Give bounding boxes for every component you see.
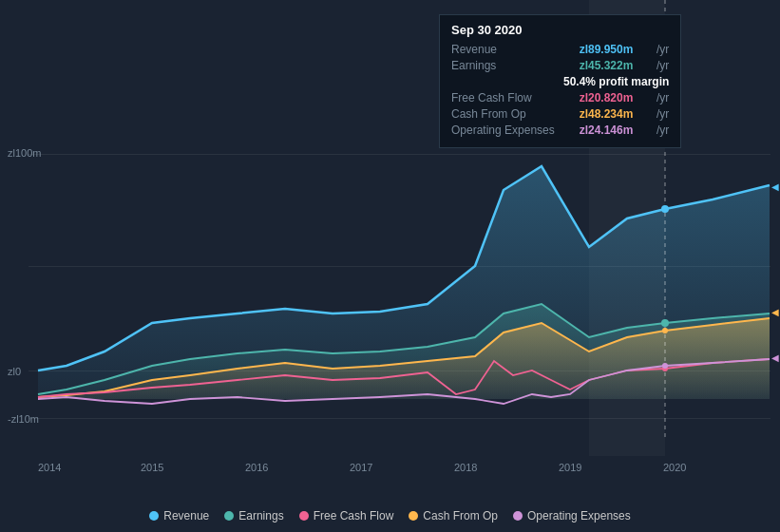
opex-dot	[662, 363, 668, 369]
x-label-2014: 2014	[38, 462, 61, 473]
x-label-2018: 2018	[454, 462, 477, 473]
tooltip-earnings-row: Earnings zl45.322m /yr	[451, 59, 669, 72]
tooltip-revenue-suffix: /yr	[656, 43, 669, 56]
x-label-2019: 2019	[559, 462, 581, 473]
tooltip-margin-value: 50.4% profit margin	[563, 75, 669, 88]
x-label-2017: 2017	[350, 462, 372, 473]
tooltip-cashop-row: Cash From Op zl48.234m /yr	[451, 107, 669, 121]
tooltip-revenue-label: Revenue	[451, 43, 556, 56]
tooltip-revenue-row: Revenue zl89.950m /yr	[451, 43, 669, 56]
legend-opex-label: Operating Expenses	[527, 509, 631, 522]
cashop-arrow: ◀	[771, 307, 779, 317]
legend-revenue-dot	[149, 511, 159, 521]
revenue-arrow: ◀	[771, 181, 779, 192]
tooltip-opex-value: zl24.146m	[580, 124, 634, 137]
cashop-dot	[662, 328, 668, 333]
tooltip-cashop-value: zl48.234m	[580, 107, 634, 121]
tooltip-fcf-row: Free Cash Flow zl20.820m /yr	[451, 91, 669, 104]
tooltip-earnings-label: Earnings	[451, 59, 556, 72]
tooltip-margin-row: 50.4% profit margin	[451, 75, 669, 88]
chart-legend: Revenue Earnings Free Cash Flow Cash Fro…	[0, 509, 780, 522]
tooltip-title: Sep 30 2020	[451, 23, 669, 37]
legend-fcf-dot	[299, 511, 309, 521]
tooltip-fcf-label: Free Cash Flow	[451, 91, 556, 104]
opex-arrow: ◀	[771, 352, 779, 363]
legend-earnings-dot	[224, 511, 234, 521]
tooltip-opex-row: Operating Expenses zl24.146m /yr	[451, 124, 669, 137]
earnings-dot	[661, 319, 669, 327]
legend-fcf-label: Free Cash Flow	[314, 509, 394, 522]
x-label-2015: 2015	[141, 462, 163, 473]
tooltip-fcf-value: zl20.820m	[580, 91, 634, 104]
legend-cashop[interactable]: Cash From Op	[409, 509, 498, 522]
tooltip-earnings-value: zl45.322m	[580, 59, 634, 72]
tooltip-cashop-suffix: /yr	[656, 107, 669, 121]
tooltip-opex-suffix: /yr	[656, 124, 669, 137]
legend-revenue[interactable]: Revenue	[149, 509, 209, 522]
chart-container: zl100m zl0 -zl10m	[0, 0, 780, 532]
legend-earnings[interactable]: Earnings	[224, 509, 283, 522]
legend-cashop-label: Cash From Op	[423, 509, 498, 522]
data-tooltip: Sep 30 2020 Revenue zl89.950m /yr Earnin…	[439, 14, 681, 148]
tooltip-opex-label: Operating Expenses	[451, 124, 556, 137]
tooltip-fcf-suffix: /yr	[656, 91, 669, 104]
legend-cashop-dot	[409, 511, 418, 521]
legend-fcf[interactable]: Free Cash Flow	[299, 509, 394, 522]
legend-earnings-label: Earnings	[238, 509, 283, 522]
legend-opex[interactable]: Operating Expenses	[513, 509, 631, 522]
x-label-2020: 2020	[663, 462, 686, 473]
tooltip-earnings-suffix: /yr	[656, 59, 669, 72]
tooltip-cashop-label: Cash From Op	[451, 107, 556, 121]
x-label-2016: 2016	[245, 462, 268, 473]
legend-revenue-label: Revenue	[163, 509, 209, 522]
legend-opex-dot	[513, 511, 523, 521]
revenue-dot	[661, 205, 669, 213]
tooltip-revenue-value: zl89.950m	[580, 43, 634, 56]
